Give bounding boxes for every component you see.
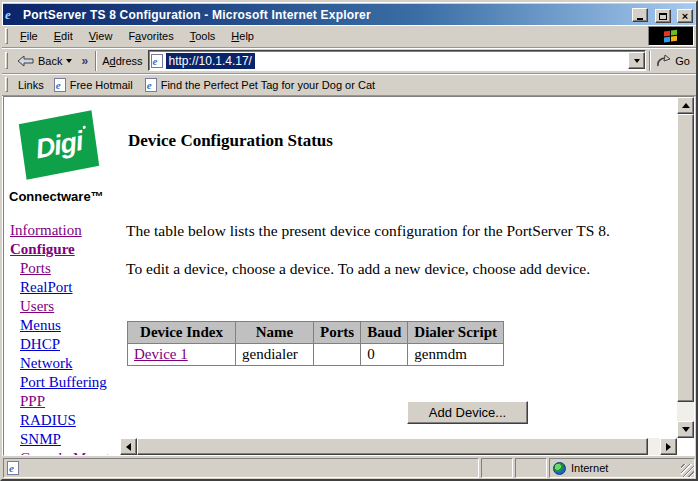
page-content: Device Configuration Status The table be… xyxy=(120,131,677,424)
intro-paragraph: The table below lists the present device… xyxy=(126,222,677,240)
sidebar-item-ppp[interactable]: PPP xyxy=(4,392,120,411)
col-dialer-script: Dialer Script xyxy=(408,322,504,344)
arrow-right-icon xyxy=(666,443,675,451)
cell-ports xyxy=(314,344,361,366)
go-swoosh-icon xyxy=(656,54,672,68)
menubar-grip[interactable] xyxy=(5,28,8,43)
links-label: Links xyxy=(12,79,52,91)
status-message-panel xyxy=(3,458,479,478)
menu-edit[interactable]: Edit xyxy=(46,27,81,45)
window-title: PortServer TS 8 Configuration - Microsof… xyxy=(23,8,630,22)
vertical-scrollbar-thumb[interactable] xyxy=(677,114,694,402)
page-icon xyxy=(145,78,157,92)
arrow-left-icon xyxy=(122,443,131,451)
arrow-down-icon xyxy=(682,427,690,436)
window-resize-grip[interactable] xyxy=(681,464,694,477)
document-status-icon xyxy=(7,461,19,475)
page-title: Device Configuration Status xyxy=(128,131,677,151)
maximize-icon xyxy=(659,13,667,20)
back-button[interactable]: Back xyxy=(12,53,77,69)
maximize-button[interactable] xyxy=(655,9,671,23)
scroll-up-button[interactable] xyxy=(677,97,694,114)
digi-logo: Digi xyxy=(19,110,99,180)
close-icon: × xyxy=(682,11,688,21)
add-device-button[interactable]: Add Device... xyxy=(407,401,528,424)
toolbar-separator xyxy=(95,51,97,71)
table-header-row: Device Index Name Ports Baud Dialer Scri… xyxy=(128,322,504,344)
scroll-down-button[interactable] xyxy=(677,421,694,438)
back-dropdown-icon[interactable] xyxy=(66,59,72,66)
cell-baud: 0 xyxy=(361,344,408,366)
address-bar[interactable]: http://10.1.4.17/ xyxy=(148,50,647,71)
toolbar-separator-2 xyxy=(649,51,651,71)
page-icon xyxy=(54,78,66,92)
sidebar-item-network[interactable]: Network xyxy=(4,354,120,373)
page-icon xyxy=(151,54,163,68)
link-pet-tag[interactable]: Find the Perfect Pet Tag for your Dog or… xyxy=(143,78,385,92)
windows-flag-throbber xyxy=(648,26,694,46)
sidebar-item-users[interactable]: Users xyxy=(4,297,120,316)
toolbar-grip[interactable] xyxy=(5,52,8,70)
links-bar: Links Free Hotmail Find the Perfect Pet … xyxy=(2,74,696,96)
link-free-hotmail[interactable]: Free Hotmail xyxy=(52,78,143,92)
sidebar-item-realport[interactable]: RealPort xyxy=(4,278,120,297)
close-button[interactable]: × xyxy=(677,9,693,23)
content-frame: Device Configuration Status The table be… xyxy=(120,97,694,455)
sidebar-item-menus[interactable]: Menus xyxy=(4,316,120,335)
instructions-paragraph: To edit a device, choose a device. To ad… xyxy=(126,260,677,278)
back-arrow-icon xyxy=(17,55,34,67)
nav-frame: Digi Connectware™ Information Configure … xyxy=(4,97,120,455)
scroll-right-button[interactable] xyxy=(660,438,677,455)
toolbar-overflow-chevron[interactable]: » xyxy=(77,54,92,68)
linksbar-grip[interactable] xyxy=(5,77,8,92)
security-zone-panel: Internet xyxy=(549,458,695,478)
status-bar: Internet xyxy=(2,456,696,479)
sidebar-item-snmp[interactable]: SNMP xyxy=(4,430,120,449)
sidebar-item-dhcp[interactable]: DHCP xyxy=(4,335,120,354)
col-baud: Baud xyxy=(361,322,408,344)
internet-globe-icon xyxy=(553,462,566,475)
sidebar-item-radius[interactable]: RADIUS xyxy=(4,411,120,430)
cell-name: gendialer xyxy=(236,344,314,366)
browser-viewport: Digi Connectware™ Information Configure … xyxy=(3,96,695,456)
cell-dialer-script: genmdm xyxy=(408,344,504,366)
minimize-icon xyxy=(637,18,643,20)
go-button[interactable]: Go xyxy=(654,52,696,70)
col-ports: Ports xyxy=(314,322,361,344)
windows-flag-icon xyxy=(661,28,681,44)
sidebar-nav: Information Configure Ports RealPort Use… xyxy=(4,221,120,455)
browser-window: e PortServer TS 8 Configuration - Micros… xyxy=(0,0,698,481)
zone-label: Internet xyxy=(571,462,608,474)
address-dropdown-button[interactable] xyxy=(628,52,645,69)
address-url-text[interactable]: http://10.1.4.17/ xyxy=(166,53,255,69)
title-bar[interactable]: e PortServer TS 8 Configuration - Micros… xyxy=(3,4,695,25)
col-name: Name xyxy=(236,322,314,344)
table-row: Device 1 gendialer 0 genmdm xyxy=(128,344,504,366)
sidebar-item-configure[interactable]: Configure xyxy=(4,240,120,259)
horizontal-scrollbar-thumb[interactable] xyxy=(137,438,648,455)
col-device-index: Device Index xyxy=(128,322,236,344)
digi-logo-text: Digi xyxy=(34,125,84,165)
standard-toolbar: Back » Address http://10.1.4.17/ Go xyxy=(2,48,696,74)
sidebar-item-information[interactable]: Information xyxy=(4,221,120,240)
sidebar-item-ports[interactable]: Ports xyxy=(4,259,120,278)
sidebar-item-port-buffering[interactable]: Port Buffering xyxy=(4,373,120,392)
device-1-link[interactable]: Device 1 xyxy=(134,346,188,362)
menu-file[interactable]: File xyxy=(12,27,46,45)
ie-logo-icon: e xyxy=(5,8,19,22)
menu-favorites[interactable]: Favorites xyxy=(120,27,181,45)
minimize-button[interactable] xyxy=(632,8,648,22)
menu-view[interactable]: View xyxy=(81,27,121,45)
arrow-up-icon xyxy=(682,99,690,108)
menu-help[interactable]: Help xyxy=(223,27,262,45)
address-label: Address xyxy=(100,55,147,67)
horizontal-scrollbar[interactable] xyxy=(120,438,677,455)
device-table: Device Index Name Ports Baud Dialer Scri… xyxy=(127,321,504,366)
window-controls: × xyxy=(630,6,693,24)
sidebar-item-console-mgmt[interactable]: Console Mgmt xyxy=(4,449,120,455)
vertical-scrollbar[interactable] xyxy=(677,97,694,438)
scroll-left-button[interactable] xyxy=(120,438,137,455)
dropdown-arrow-icon xyxy=(634,59,640,66)
menu-tools[interactable]: Tools xyxy=(182,27,224,45)
status-panel-1 xyxy=(481,458,513,478)
